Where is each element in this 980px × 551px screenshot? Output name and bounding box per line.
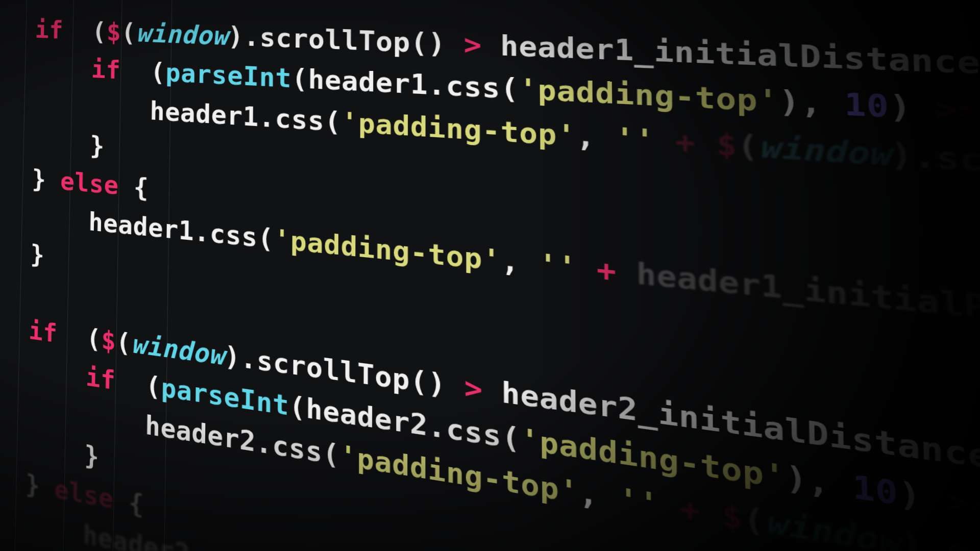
lparen: (	[92, 17, 107, 46]
ident-parseint: parseInt	[165, 58, 292, 94]
jquery-dollar: $	[106, 18, 121, 47]
ident-h1-dist: header1_initialDistance	[500, 30, 980, 81]
ident-window: window	[136, 18, 228, 51]
ident-h1-padding: header1_initialPadding	[636, 257, 980, 340]
code-editor-surface: + header0_initialPadding + 'px'); if ($(…	[0, 0, 980, 551]
str-empty: ''	[615, 121, 655, 157]
ident-scrolltop: scrollTop	[259, 22, 410, 58]
dot: .	[243, 22, 260, 52]
ident-header1: header1	[308, 64, 428, 101]
comma: ,	[800, 85, 823, 121]
op-gt: >	[464, 29, 482, 61]
kw-else: else	[60, 166, 119, 200]
op-gte: >=	[935, 91, 980, 129]
ident-header2: header2	[306, 392, 428, 442]
str-padding-top: 'padding-top'	[519, 73, 779, 118]
kw-if: if	[35, 15, 63, 44]
source-code[interactable]: + header0_initialPadding + 'px'); if ($(…	[0, 0, 980, 551]
ident-css: css	[446, 70, 500, 104]
num-ten: 10	[844, 87, 889, 124]
rbrace: }	[90, 131, 105, 160]
